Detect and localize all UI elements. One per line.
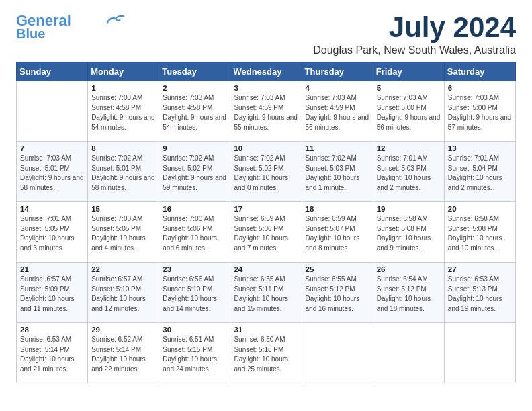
day-info: Sunrise: 6:57 AMSunset: 5:09 PMDaylight:… [20,275,84,314]
day-info: Sunrise: 6:59 AMSunset: 5:06 PMDaylight:… [234,214,298,253]
day-number: 18 [306,205,369,213]
day-info: Sunrise: 7:01 AMSunset: 5:04 PMDaylight:… [448,154,512,193]
calendar-cell: 19Sunrise: 6:58 AMSunset: 5:08 PMDayligh… [373,202,444,263]
day-info: Sunrise: 7:02 AMSunset: 5:03 PMDaylight:… [306,154,369,193]
day-info: Sunrise: 6:59 AMSunset: 5:07 PMDaylight:… [306,214,369,253]
day-number: 25 [306,265,369,273]
day-info: Sunrise: 7:02 AMSunset: 5:02 PMDaylight:… [234,154,298,193]
day-info: Sunrise: 6:53 AMSunset: 5:13 PMDaylight:… [448,275,512,314]
day-info: Sunrise: 6:57 AMSunset: 5:10 PMDaylight:… [91,275,155,314]
logo-bird-icon [106,13,125,26]
day-info: Sunrise: 6:58 AMSunset: 5:08 PMDaylight:… [448,214,512,253]
day-number: 26 [377,265,441,273]
day-number: 16 [163,205,226,213]
day-info: Sunrise: 7:03 AMSunset: 5:01 PMDaylight:… [20,154,84,193]
calendar-cell: 26Sunrise: 6:54 AMSunset: 5:12 PMDayligh… [373,263,444,323]
week-row-5: 28Sunrise: 6:53 AMSunset: 5:14 PMDayligh… [17,323,516,383]
weekday-header-saturday: Saturday [444,62,515,81]
day-info: Sunrise: 7:03 AMSunset: 5:00 PMDaylight:… [448,93,512,132]
calendar-cell [373,323,444,383]
calendar-cell: 31Sunrise: 6:50 AMSunset: 5:16 PMDayligh… [230,323,302,383]
calendar-cell: 23Sunrise: 6:56 AMSunset: 5:10 PMDayligh… [159,263,230,323]
calendar-cell: 2Sunrise: 7:03 AMSunset: 4:58 PMDaylight… [159,81,230,142]
day-number: 2 [163,84,226,92]
day-number: 24 [234,265,298,273]
calendar-cell: 13Sunrise: 7:01 AMSunset: 5:04 PMDayligh… [444,142,515,202]
day-number: 8 [91,144,155,152]
day-info: Sunrise: 7:01 AMSunset: 5:05 PMDaylight:… [20,214,84,253]
day-number: 23 [163,265,226,273]
calendar-cell: 6Sunrise: 7:03 AMSunset: 5:00 PMDaylight… [444,81,515,142]
calendar-cell: 3Sunrise: 7:03 AMSunset: 4:59 PMDaylight… [230,81,302,142]
day-number: 30 [163,326,226,334]
calendar-cell: 17Sunrise: 6:59 AMSunset: 5:06 PMDayligh… [230,202,302,263]
calendar-cell: 22Sunrise: 6:57 AMSunset: 5:10 PMDayligh… [88,263,159,323]
calendar-cell: 8Sunrise: 7:02 AMSunset: 5:01 PMDaylight… [88,142,159,202]
location: Douglas Park, New South Wales, Australia [313,44,516,56]
weekday-header-sunday: Sunday [17,62,88,81]
calendar-cell: 21Sunrise: 6:57 AMSunset: 5:09 PMDayligh… [17,263,88,323]
calendar-cell: 20Sunrise: 6:58 AMSunset: 5:08 PMDayligh… [444,202,515,263]
day-info: Sunrise: 6:51 AMSunset: 5:15 PMDaylight:… [163,335,226,374]
day-number: 10 [234,144,298,152]
day-number: 9 [163,144,226,152]
day-info: Sunrise: 6:50 AMSunset: 5:16 PMDaylight:… [234,335,298,374]
calendar-cell: 5Sunrise: 7:03 AMSunset: 5:00 PMDaylight… [373,81,444,142]
day-info: Sunrise: 6:55 AMSunset: 5:12 PMDaylight:… [306,275,369,314]
week-row-1: 1Sunrise: 7:03 AMSunset: 4:58 PMDaylight… [17,81,516,142]
calendar-cell: 24Sunrise: 6:55 AMSunset: 5:11 PMDayligh… [230,263,302,323]
day-info: Sunrise: 7:01 AMSunset: 5:03 PMDaylight:… [377,154,441,193]
calendar-cell: 12Sunrise: 7:01 AMSunset: 5:03 PMDayligh… [373,142,444,202]
calendar-cell: 4Sunrise: 7:03 AMSunset: 4:59 PMDaylight… [302,81,373,142]
calendar-cell: 10Sunrise: 7:02 AMSunset: 5:02 PMDayligh… [230,142,302,202]
calendar-cell: 27Sunrise: 6:53 AMSunset: 5:13 PMDayligh… [444,263,515,323]
day-number: 22 [91,265,155,273]
day-number: 12 [377,144,441,152]
day-number: 14 [20,205,84,213]
calendar-cell: 1Sunrise: 7:03 AMSunset: 4:58 PMDaylight… [88,81,159,142]
day-info: Sunrise: 7:03 AMSunset: 4:58 PMDaylight:… [163,93,226,132]
calendar-cell: 15Sunrise: 7:00 AMSunset: 5:05 PMDayligh… [88,202,159,263]
day-number: 31 [234,326,298,334]
calendar-cell [17,81,88,142]
calendar-cell: 29Sunrise: 6:52 AMSunset: 5:14 PMDayligh… [88,323,159,383]
day-number: 13 [448,144,512,152]
header: General Blue July 2024 Douglas Park, New… [16,13,516,56]
day-info: Sunrise: 6:53 AMSunset: 5:14 PMDaylight:… [20,335,84,374]
day-number: 28 [20,326,84,334]
calendar-cell: 30Sunrise: 6:51 AMSunset: 5:15 PMDayligh… [159,323,230,383]
calendar-cell: 9Sunrise: 7:02 AMSunset: 5:02 PMDaylight… [159,142,230,202]
day-info: Sunrise: 7:02 AMSunset: 5:01 PMDaylight:… [91,154,155,193]
day-number: 4 [306,84,369,92]
day-number: 3 [234,84,298,92]
weekday-header-thursday: Thursday [302,62,373,81]
day-number: 21 [20,265,84,273]
week-row-2: 7Sunrise: 7:03 AMSunset: 5:01 PMDaylight… [17,142,516,202]
day-info: Sunrise: 7:00 AMSunset: 5:06 PMDaylight:… [163,214,226,253]
day-info: Sunrise: 7:03 AMSunset: 5:00 PMDaylight:… [377,93,441,132]
logo: General Blue [16,13,125,40]
calendar-cell: 18Sunrise: 6:59 AMSunset: 5:07 PMDayligh… [302,202,373,263]
day-info: Sunrise: 7:02 AMSunset: 5:02 PMDaylight:… [163,154,226,193]
day-number: 7 [20,144,84,152]
day-number: 1 [91,84,155,92]
day-number: 27 [448,265,512,273]
month-title: July 2024 [313,13,516,42]
day-info: Sunrise: 6:52 AMSunset: 5:14 PMDaylight:… [91,335,155,374]
day-number: 17 [234,205,298,213]
day-info: Sunrise: 6:55 AMSunset: 5:11 PMDaylight:… [234,275,298,314]
day-info: Sunrise: 7:03 AMSunset: 4:59 PMDaylight:… [234,93,298,132]
day-number: 11 [306,144,369,152]
calendar-cell: 25Sunrise: 6:55 AMSunset: 5:12 PMDayligh… [302,263,373,323]
calendar-cell: 14Sunrise: 7:01 AMSunset: 5:05 PMDayligh… [17,202,88,263]
calendar-cell: 28Sunrise: 6:53 AMSunset: 5:14 PMDayligh… [17,323,88,383]
day-info: Sunrise: 6:58 AMSunset: 5:08 PMDaylight:… [377,214,441,253]
calendar-cell [444,323,515,383]
week-row-4: 21Sunrise: 6:57 AMSunset: 5:09 PMDayligh… [17,263,516,323]
day-number: 29 [91,326,155,334]
day-number: 5 [377,84,441,92]
title-area: July 2024 Douglas Park, New South Wales,… [313,13,516,56]
day-number: 19 [377,205,441,213]
week-row-3: 14Sunrise: 7:01 AMSunset: 5:05 PMDayligh… [17,202,516,263]
calendar-cell [302,323,373,383]
